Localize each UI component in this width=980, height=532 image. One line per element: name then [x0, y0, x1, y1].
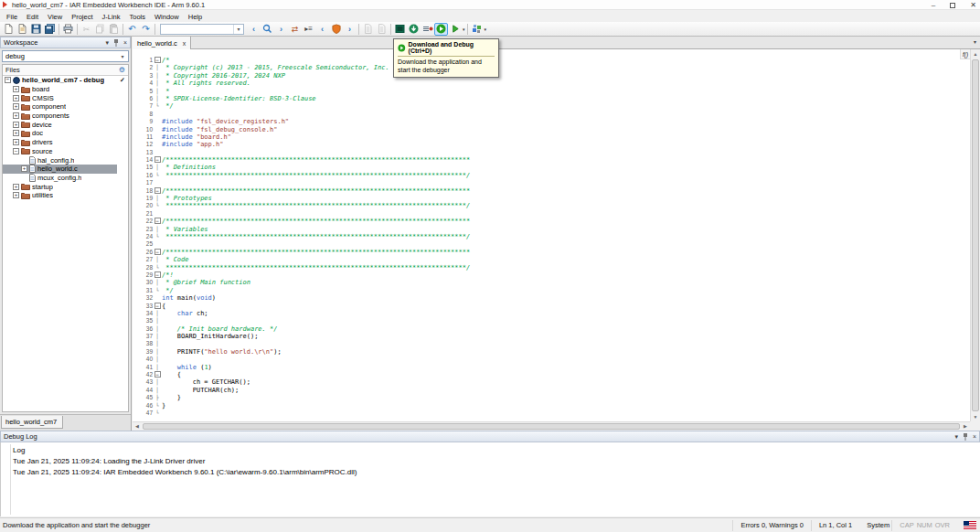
- code-line-10[interactable]: 10#include "fsl_debug_console.h": [133, 126, 470, 133]
- tree-item-utilities[interactable]: +utilities: [3, 191, 128, 200]
- editor-horizontal-scrollbar[interactable]: ◀ ▶: [133, 421, 970, 431]
- code-line-36[interactable]: 36│ /* Init board hardware. */: [133, 325, 470, 333]
- cstat-analysis-dropdown-icon[interactable]: ▾: [485, 27, 487, 32]
- scroll-up-icon[interactable]: ▲: [971, 49, 980, 59]
- code-line-19[interactable]: 19│ * Prototypes: [133, 195, 470, 202]
- fold-collapse-icon[interactable]: −: [153, 156, 162, 164]
- make-icon[interactable]: [375, 23, 389, 36]
- paste-icon[interactable]: [107, 23, 121, 36]
- fold-collapse-icon[interactable]: −: [153, 303, 162, 310]
- code-line-43[interactable]: 43│ ch = GETCHAR();: [133, 378, 470, 386]
- workspace-menu-icon[interactable]: ▾: [105, 39, 109, 47]
- download-icon[interactable]: [407, 23, 421, 36]
- new-document-icon[interactable]: [2, 23, 16, 36]
- keyboard-language-flag-icon[interactable]: [964, 521, 976, 529]
- expand-icon[interactable]: +: [13, 112, 19, 119]
- tree-item-startup[interactable]: +startup: [3, 182, 128, 191]
- expand-icon[interactable]: +: [21, 165, 27, 172]
- vertical-scroll-thumb[interactable]: [972, 59, 979, 411]
- code-line-21[interactable]: 21: [133, 210, 470, 218]
- code-line-28[interactable]: 28└ ************************************…: [133, 264, 470, 271]
- code-line-45[interactable]: 45├ }: [133, 394, 470, 401]
- tree-item-mcux-config-h[interactable]: mcux_config.h: [3, 174, 128, 183]
- build-project-icon[interactable]: [393, 23, 407, 36]
- tab-list-chevron-icon[interactable]: ▾: [974, 37, 980, 48]
- start-without-debugging-icon[interactable]: [448, 23, 462, 36]
- compile-icon[interactable]: [361, 23, 375, 36]
- expand-icon[interactable]: +: [13, 122, 19, 128]
- tree-item-board[interactable]: +board: [3, 85, 128, 94]
- chevron-down-icon[interactable]: ▾: [233, 25, 243, 34]
- download-and-debug-icon[interactable]: [434, 23, 448, 36]
- menu-project[interactable]: Project: [67, 12, 97, 22]
- code-line-17[interactable]: 17: [133, 179, 470, 186]
- browse-symbol-icon[interactable]: ⇄: [288, 23, 302, 36]
- find-icon[interactable]: [261, 23, 274, 36]
- open-file-icon[interactable]: [16, 23, 29, 36]
- next-bookmark-icon[interactable]: ›: [343, 23, 357, 36]
- tree-item-hal-config-h[interactable]: hal_config.h: [3, 155, 128, 165]
- maximize-button[interactable]: [950, 3, 955, 8]
- undo-icon[interactable]: ↶: [125, 23, 139, 36]
- horizontal-scroll-thumb[interactable]: [143, 423, 960, 430]
- cstat-analysis-icon[interactable]: [470, 23, 484, 36]
- code-line-40[interactable]: 40│: [133, 356, 470, 363]
- toolbar-search-combo[interactable]: ▾: [160, 24, 244, 35]
- code-line-39[interactable]: 39│ PRINTF("hello world.\r\n");: [133, 348, 470, 356]
- code-line-35[interactable]: 35│: [133, 317, 470, 325]
- expand-icon[interactable]: +: [13, 139, 19, 145]
- start-without-debugging-dropdown-icon[interactable]: ▾: [463, 27, 465, 32]
- collapse-icon[interactable]: −: [5, 77, 11, 83]
- code-line-9[interactable]: 9#include "fsl_device_registers.h": [133, 118, 470, 125]
- debug-log-close-icon[interactable]: ×: [973, 433, 976, 441]
- code-line-29[interactable]: 29−/*!: [133, 271, 470, 279]
- expand-icon[interactable]: +: [13, 192, 19, 198]
- expand-icon[interactable]: +: [13, 130, 19, 136]
- code-line-12[interactable]: 12#include "app.h": [133, 141, 470, 148]
- nav-back-icon[interactable]: ‹: [247, 23, 261, 36]
- code-line-47[interactable]: 47└: [133, 410, 470, 417]
- expand-icon[interactable]: +: [13, 103, 19, 110]
- files-column-header[interactable]: Files ⚙: [3, 65, 128, 76]
- code-line-13[interactable]: 13: [133, 149, 470, 156]
- debug-log-pin-icon[interactable]: [963, 433, 968, 441]
- menu-window[interactable]: Window: [150, 12, 184, 22]
- debug-log-menu-icon[interactable]: ▾: [954, 433, 958, 441]
- code-line-25[interactable]: 25: [133, 240, 470, 248]
- fold-collapse-icon[interactable]: −: [153, 371, 162, 378]
- menu-help[interactable]: Help: [184, 12, 207, 22]
- function-list-button[interactable]: f(): [960, 49, 970, 59]
- expand-icon[interactable]: +: [13, 184, 19, 190]
- save-all-icon[interactable]: [43, 23, 57, 36]
- code-line-42[interactable]: 42− {: [133, 371, 470, 378]
- tree-item-device[interactable]: +device: [3, 120, 128, 129]
- tree-item-doc[interactable]: +doc: [3, 129, 128, 138]
- scroll-right-icon[interactable]: ▶: [961, 422, 970, 431]
- code-line-26[interactable]: 26−/************************************…: [133, 249, 470, 256]
- code-line-4[interactable]: 4│ * All rights reserved.: [133, 80, 470, 87]
- code-line-41[interactable]: 41│ while (1): [133, 364, 470, 371]
- workspace-pin-icon[interactable]: [113, 39, 119, 47]
- code-line-37[interactable]: 37│ BOARD_InitHardware();: [133, 333, 470, 340]
- code-line-16[interactable]: 16└ ************************************…: [133, 172, 470, 179]
- code-line-34[interactable]: 34│ char ch;: [133, 310, 470, 317]
- search-input[interactable]: [161, 25, 233, 34]
- close-button[interactable]: ✕: [970, 1, 976, 10]
- toggle-breakpoint-icon[interactable]: [329, 23, 343, 36]
- editor-tab-hello-world[interactable]: hello_world.c x: [133, 37, 191, 49]
- code-line-33[interactable]: 33−{: [133, 303, 470, 310]
- code-line-31[interactable]: 31└ */: [133, 287, 470, 294]
- fold-collapse-icon[interactable]: −: [153, 249, 162, 256]
- workspace-close-icon[interactable]: ×: [123, 39, 127, 47]
- print-icon[interactable]: [61, 23, 75, 36]
- fold-collapse-icon[interactable]: −: [153, 218, 162, 225]
- code-line-32[interactable]: 32int main(void): [133, 294, 470, 302]
- code-line-46[interactable]: 46└}: [133, 402, 470, 410]
- code-line-14[interactable]: 14−/************************************…: [133, 156, 470, 164]
- code-line-44[interactable]: 44│ PUTCHAR(ch);: [133, 387, 470, 394]
- tree-item-hello-world-c[interactable]: +hello_world.c: [3, 165, 128, 174]
- code-line-38[interactable]: 38│: [133, 340, 470, 347]
- expand-icon[interactable]: +: [13, 86, 19, 92]
- code-line-5[interactable]: 5│ *: [133, 88, 470, 95]
- editor-vertical-scrollbar[interactable]: ▲ ▼: [970, 49, 980, 421]
